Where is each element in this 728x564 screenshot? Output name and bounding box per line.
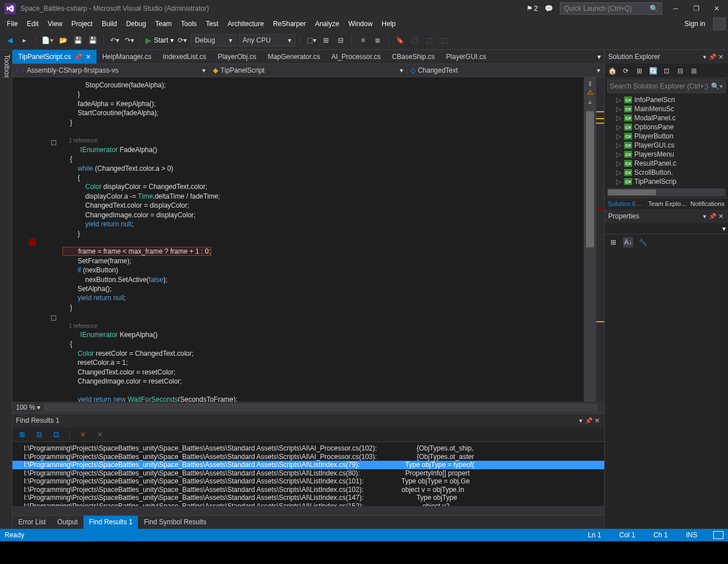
- menu-test[interactable]: Test: [202, 18, 223, 30]
- undo-button[interactable]: ↶▾: [108, 34, 121, 47]
- tab-find-results[interactable]: Find Results 1: [83, 516, 139, 529]
- alphabetical-icon[interactable]: A↓: [623, 237, 633, 247]
- toolbox-sidebar-tab[interactable]: Toolbox: [0, 50, 12, 529]
- menu-project[interactable]: Project: [67, 18, 97, 30]
- categorized-icon[interactable]: ⊞: [608, 237, 618, 247]
- tree-item[interactable]: ▷C#ResultPanel.c: [605, 159, 728, 168]
- sol-btn-2[interactable]: ⟳: [621, 66, 631, 76]
- tb-icon-2[interactable]: ⊞: [320, 34, 332, 47]
- nav-class-dropdown[interactable]: ◆ TipPanelScript▾: [210, 66, 407, 74]
- panel-dropdown-icon[interactable]: ▾: [701, 53, 709, 61]
- restore-button[interactable]: ❐: [689, 2, 703, 15]
- scroll-thumb[interactable]: [586, 111, 594, 247]
- file-tab[interactable]: IndexedList.cs: [157, 50, 212, 64]
- find-result-line[interactable]: I:\Programming\Projects\SpaceBattles_uni…: [12, 477, 604, 486]
- solution-search-input[interactable]: Search Solution Explorer (Ctrl+;) 🔍▾: [607, 79, 726, 93]
- nav-member-dropdown[interactable]: ◇ ChangedText▾: [407, 66, 604, 74]
- sol-btn-7[interactable]: ⊞: [689, 66, 699, 76]
- menu-build[interactable]: Build: [97, 18, 122, 30]
- start-debug-button[interactable]: ▶ Start ▾: [145, 36, 174, 45]
- tree-item[interactable]: ▷C#InfoPanelScri: [605, 95, 728, 104]
- avatar-icon[interactable]: [713, 18, 726, 30]
- save-all-button[interactable]: 💾: [86, 34, 99, 47]
- feedback-icon[interactable]: 💬: [545, 5, 553, 12]
- find-result-line-selected[interactable]: I:\Programming\Projects\SpaceBattles_uni…: [12, 461, 604, 469]
- tb-icon-5[interactable]: ≣: [371, 34, 384, 47]
- tab-team-explorer[interactable]: Team Explo…: [646, 198, 687, 209]
- fr-btn-3[interactable]: ⊡: [50, 428, 62, 441]
- props-btn-3[interactable]: 🔧: [638, 237, 648, 247]
- tree-item[interactable]: ▷C#OptionsPane: [605, 123, 728, 132]
- file-tab[interactable]: PlayerObj.cs: [212, 50, 262, 64]
- tab-find-symbol[interactable]: Find Symbol Results: [138, 516, 212, 529]
- file-tab[interactable]: CBaseShip.cs: [386, 50, 440, 64]
- sol-btn-6[interactable]: ⊟: [675, 66, 685, 76]
- scroll-up-icon[interactable]: ▴: [584, 98, 596, 106]
- tb-icon-7[interactable]: ⬚: [423, 34, 436, 47]
- overview-ruler[interactable]: [596, 77, 604, 402]
- menu-file[interactable]: File: [2, 18, 22, 30]
- fr-btn-5[interactable]: ✕: [94, 428, 106, 441]
- file-tab[interactable]: PlayerGUI.cs: [441, 50, 492, 64]
- close-icon[interactable]: ✕: [593, 417, 601, 424]
- tb-icon-1[interactable]: ⬚▾: [305, 34, 317, 47]
- panel-dropdown-icon[interactable]: ▾: [701, 213, 709, 220]
- fold-toggle[interactable]: -: [51, 140, 56, 145]
- tb-icon-6[interactable]: ⬚: [408, 34, 421, 47]
- menu-tools[interactable]: Tools: [177, 18, 202, 30]
- tree-item[interactable]: ▷C#ModalPanel.c: [605, 113, 728, 123]
- notifications-flag[interactable]: ⚑ 2: [526, 5, 538, 12]
- sign-in-link[interactable]: Sign in: [680, 18, 710, 30]
- pin-icon[interactable]: 📌: [585, 417, 593, 424]
- tree-item[interactable]: ▷C#MainMenuSc: [605, 104, 728, 113]
- tree-item[interactable]: ▷C#PlayerButton: [605, 132, 728, 141]
- menu-analyze[interactable]: Analyze: [311, 18, 344, 30]
- editor-gutter[interactable]: - -: [12, 77, 47, 402]
- tree-item[interactable]: ▷C#PlayerGUI.cs: [605, 141, 728, 150]
- sol-btn-4[interactable]: 🔄: [648, 66, 658, 76]
- split-icon[interactable]: ⬍: [584, 80, 596, 88]
- menu-help[interactable]: Help: [377, 18, 400, 30]
- close-icon[interactable]: ✕: [717, 213, 725, 220]
- horizontal-scrollbar[interactable]: [44, 403, 597, 411]
- find-result-line[interactable]: I:\Programming\Projects\SpaceBattles_uni…: [12, 469, 604, 478]
- sol-btn-3[interactable]: ⊞: [634, 66, 645, 76]
- breakpoint-icon[interactable]: [28, 238, 36, 246]
- tab-notifications[interactable]: Notifications: [687, 198, 728, 209]
- pin-icon[interactable]: 📌: [709, 213, 717, 220]
- platform-dropdown[interactable]: Any CPU▾: [239, 34, 295, 47]
- menu-edit[interactable]: Edit: [22, 18, 43, 30]
- tree-item[interactable]: ▷C#PlayersMenu: [605, 150, 728, 159]
- tab-error-list[interactable]: Error List: [12, 516, 52, 529]
- menu-team[interactable]: Team: [150, 18, 176, 30]
- file-tab-active[interactable]: TipPanelScript.cs 📌 ✕: [12, 50, 97, 64]
- properties-dropdown[interactable]: ▾: [605, 223, 728, 234]
- find-result-line[interactable]: I:\Programming\Projects\SpaceBattles_uni…: [12, 453, 604, 461]
- tab-solution-explorer[interactable]: Solution E…: [605, 198, 646, 209]
- menu-resharper[interactable]: ReSharper: [269, 18, 311, 30]
- fold-toggle[interactable]: -: [51, 315, 56, 321]
- tab-overflow-button[interactable]: ▾: [594, 50, 604, 64]
- file-tab[interactable]: AI_Processor.cs: [325, 50, 386, 64]
- tb-icon-4[interactable]: ≡: [357, 34, 369, 47]
- tree-item[interactable]: ▷C#TipPanelScrip: [605, 177, 728, 186]
- bookmark-icon[interactable]: 🔖: [394, 34, 406, 47]
- find-results-list[interactable]: I:\Programming\Projects\SpaceBattles_uni…: [12, 442, 604, 506]
- home-icon[interactable]: 🏠: [607, 66, 617, 76]
- config-dropdown[interactable]: Debug▾: [191, 34, 236, 47]
- open-file-button[interactable]: 📂: [57, 34, 69, 47]
- nav-project-dropdown[interactable]: C# Assembly-CSharp-firstpass-vs▾: [12, 66, 210, 74]
- code-content[interactable]: StopCoroutine(fadeAlpha); } fadeAlpha = …: [47, 77, 584, 402]
- tb-icon-8[interactable]: ⬚: [438, 34, 450, 47]
- file-tab[interactable]: HelpManager.cs: [97, 50, 157, 64]
- zoom-dropdown[interactable]: 100 % ▾: [16, 403, 40, 411]
- panel-dropdown-icon[interactable]: ▾: [577, 417, 585, 424]
- menu-debug[interactable]: Debug: [122, 18, 150, 30]
- new-project-button[interactable]: 📄▾: [40, 34, 55, 47]
- tab-output[interactable]: Output: [52, 516, 83, 529]
- minimize-button[interactable]: ─: [669, 2, 683, 15]
- solution-hscroll[interactable]: [607, 188, 726, 196]
- close-icon[interactable]: ✕: [86, 53, 91, 61]
- find-hscroll[interactable]: [12, 506, 604, 515]
- nav-back-button[interactable]: ◀: [3, 34, 16, 47]
